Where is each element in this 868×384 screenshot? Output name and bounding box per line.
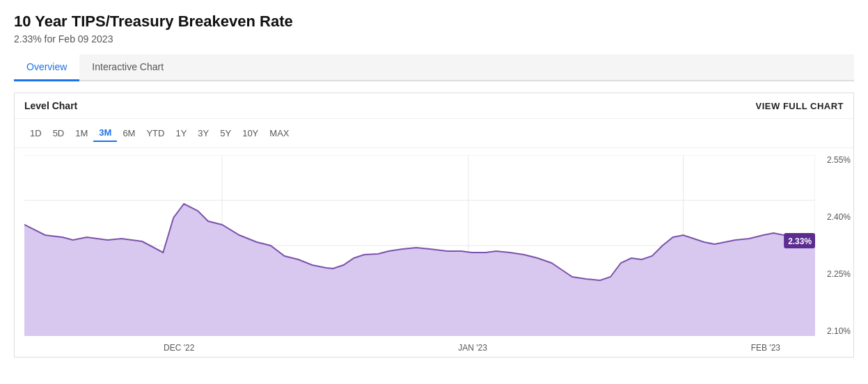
time-btn-3y[interactable]: 3Y [192,125,214,142]
time-btn-1d[interactable]: 1D [24,125,47,142]
page-container: 10 Year TIPS/Treasury Breakeven Rate 2.3… [0,0,868,365]
time-controls: 1D 5D 1M 3M 6M YTD 1Y 3Y 5Y 10Y MAX [15,119,853,148]
x-axis-labels: DEC '22 JAN '23 FEB '23 [24,343,815,353]
y-label-1: 2.55% [827,155,851,165]
y-axis-labels: 2.55% 2.40% 2.25% 2.10% [827,155,851,336]
tab-interactive-chart[interactable]: Interactive Chart [79,54,176,81]
chart-svg: 2.33% [24,155,815,336]
view-full-chart-button[interactable]: VIEW FULL CHART [756,101,844,111]
x-label-dec22: DEC '22 [164,343,194,353]
time-btn-1y[interactable]: 1Y [170,125,192,142]
time-btn-10y[interactable]: 10Y [237,125,264,142]
chart-header: Level Chart VIEW FULL CHART [15,93,853,119]
x-label-feb23: FEB '23 [751,343,780,353]
x-label-jan23: JAN '23 [458,343,487,353]
tabs-bar: Overview Interactive Chart [14,54,854,81]
time-btn-max[interactable]: MAX [264,125,294,142]
time-btn-3m[interactable]: 3M [93,125,117,142]
y-label-3: 2.25% [827,269,851,279]
chart-section: Level Chart VIEW FULL CHART 1D 5D 1M 3M … [14,93,854,358]
time-btn-ytd[interactable]: YTD [141,125,170,142]
y-label-4: 2.10% [827,326,851,336]
page-title: 10 Year TIPS/Treasury Breakeven Rate [14,13,854,31]
svg-text:2.33%: 2.33% [788,237,812,246]
time-btn-1m[interactable]: 1M [70,125,93,142]
tab-overview[interactable]: Overview [14,54,79,81]
time-btn-5d[interactable]: 5D [47,125,70,142]
time-btn-6m[interactable]: 6M [117,125,141,142]
chart-area: 2.33% 2.55% 2.40% 2.25% 2.10% DEC '22 JA… [15,148,853,357]
y-label-2: 2.40% [827,212,851,222]
time-btn-5y[interactable]: 5Y [214,125,237,142]
chart-title: Level Chart [24,100,77,111]
current-value-subtitle: 2.33% for Feb 09 2023 [14,33,854,45]
